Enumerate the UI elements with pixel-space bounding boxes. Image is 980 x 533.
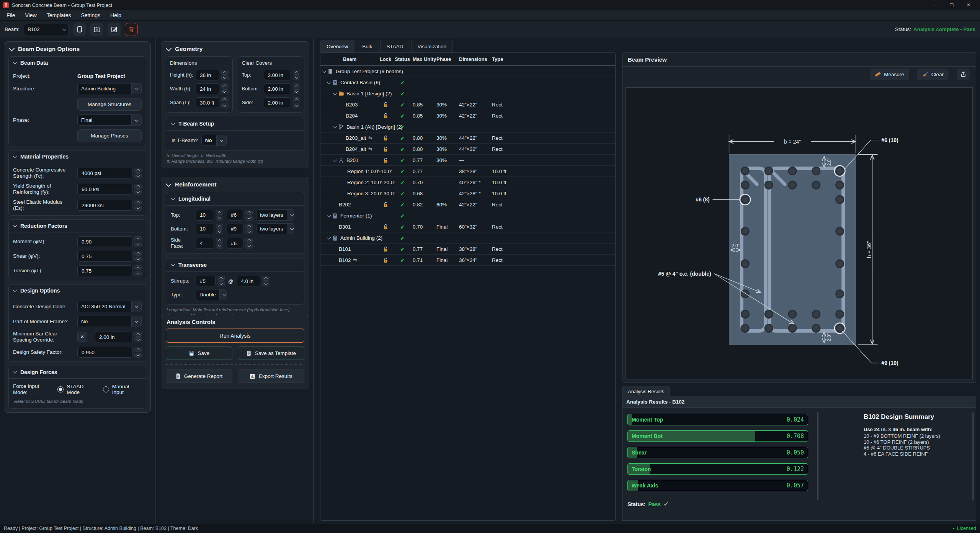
top-count-stepper[interactable] (216, 210, 223, 221)
chevron-down-icon[interactable] (333, 157, 337, 162)
height-stepper[interactable] (221, 70, 229, 80)
side-count-stepper[interactable] (216, 238, 223, 249)
lock-icon[interactable] (377, 99, 394, 110)
manual-input-radio[interactable] (103, 386, 109, 392)
manage-phases-button[interactable]: Manage Phases (77, 129, 142, 142)
tree-row[interactable]: Region 1: 0.0'-10.0'✔0.7738"×28"10.0 ft (320, 166, 615, 177)
import-beam-button[interactable] (90, 23, 103, 36)
manage-structures-button[interactable]: Manage Structures (77, 98, 142, 111)
clear-override-button[interactable]: ✕ (77, 332, 87, 342)
chevron-down-icon[interactable] (333, 91, 337, 95)
is-tbeam-select[interactable]: No (201, 135, 227, 146)
generate-report-button[interactable]: Generate Report (166, 370, 232, 383)
width-stepper[interactable] (221, 83, 229, 94)
design-options-header[interactable]: Design Options (9, 284, 146, 297)
span-stepper[interactable] (221, 97, 229, 108)
save-as-template-button[interactable]: Save as Template (238, 347, 304, 360)
cross-section-canvas[interactable]: b = 24" h = 36" 2.0" 2.0" 2.0" #6 (626, 87, 973, 379)
tree-row[interactable]: Basin 1 [Design] (2)✔ (320, 88, 615, 99)
menu-help[interactable]: Help (105, 11, 126, 20)
measure-button[interactable]: Measure (870, 69, 909, 80)
side-count-input[interactable]: 4 (196, 238, 214, 249)
tab-overview[interactable]: Overview (320, 40, 354, 52)
tree-row[interactable]: Fermenter (1)✔ (320, 210, 615, 221)
tree-row[interactable]: B203✔0.8530%42"×22"Rect (320, 99, 615, 110)
tbeam-setup-header[interactable]: T-Beam Setup (166, 117, 304, 131)
tree-row[interactable]: B203_alt⇆✔0.8030%44"×22"Rect (320, 132, 615, 144)
span-input[interactable]: 30.0 ft (196, 97, 219, 108)
tree-row[interactable]: B204✔0.8530%42"×22"Rect (320, 110, 615, 121)
edit-beam-button[interactable] (108, 23, 121, 36)
side-size-input[interactable]: #6 (227, 238, 243, 249)
manual-input-option[interactable]: Manual Input (112, 384, 142, 395)
cover-bottom-input[interactable]: 2.00 in (264, 83, 291, 94)
lock-icon[interactable] (377, 132, 394, 144)
shear-phi-stepper[interactable] (134, 251, 142, 262)
cover-bottom-stepper[interactable] (293, 83, 300, 94)
width-input[interactable]: 24 in (196, 83, 219, 94)
chevron-down-icon[interactable] (327, 213, 331, 217)
lock-icon[interactable] (377, 144, 394, 155)
menu-view[interactable]: View (20, 11, 42, 20)
tree-row[interactable]: B202✔0.8260%42"×22"Rect (320, 199, 615, 210)
longitudinal-header[interactable]: Longitudinal (166, 192, 304, 206)
beam-data-header[interactable]: Beam Data (9, 57, 146, 69)
moment-frame-select[interactable]: No (77, 316, 142, 327)
torsion-phi-input[interactable]: 0.75 (77, 265, 133, 276)
moment-phi-input[interactable]: 0.90 (77, 236, 133, 247)
bottom-count-stepper[interactable] (216, 224, 223, 234)
top-size-stepper[interactable] (245, 210, 253, 221)
chevron-down-icon[interactable] (327, 235, 331, 239)
tree-row[interactable]: Group Test Project (9 beams) (320, 66, 615, 77)
fy-input[interactable]: 60.0 ksi (77, 184, 133, 195)
tree-row[interactable]: B102⇆✔0.71Final36"×24"Rect (320, 255, 615, 266)
stirrup-size-stepper[interactable] (217, 276, 225, 286)
safety-factor-stepper[interactable] (134, 347, 142, 358)
top-layers-select[interactable]: two layers (256, 209, 294, 221)
delete-beam-button[interactable] (125, 23, 138, 36)
bottom-size-stepper[interactable] (245, 224, 253, 234)
stirrup-type-select[interactable]: Double (196, 289, 227, 300)
chevron-down-icon[interactable] (333, 124, 337, 128)
shear-phi-input[interactable]: 0.75 (77, 251, 133, 262)
reduction-factors-header[interactable]: Reduction Factors (9, 220, 146, 232)
top-size-input[interactable]: #6 (227, 210, 243, 221)
stirrup-size-input[interactable]: #5 (196, 276, 216, 286)
chevron-down-icon[interactable] (327, 80, 331, 84)
es-input[interactable]: 29000 ksi (77, 200, 133, 211)
cover-top-stepper[interactable] (293, 70, 300, 80)
lock-icon[interactable] (377, 199, 394, 210)
cover-side-input[interactable]: 2.00 in (264, 97, 291, 108)
beam-design-options-header[interactable]: Beam Design Options (4, 42, 150, 56)
beam-select[interactable]: B102 (24, 24, 69, 35)
cover-top-input[interactable]: 2.00 in (264, 70, 291, 80)
lock-icon[interactable] (377, 255, 394, 266)
tree-row[interactable]: Admin Building (2)✔ (320, 232, 615, 244)
maximize-icon[interactable]: □ (943, 0, 960, 10)
top-count-input[interactable]: 10 (196, 210, 214, 221)
share-button[interactable] (957, 69, 970, 80)
es-stepper[interactable] (134, 200, 142, 211)
tree-row[interactable]: B101✔0.77Final38"×28"Rect (320, 244, 615, 255)
tree-row[interactable]: Region 2: 10.0'-20.0'✔0.7040"×26" *10.0 … (320, 177, 615, 188)
menu-templates[interactable]: Templates (42, 11, 76, 20)
reinforcement-header[interactable]: Reinforcement (161, 177, 309, 192)
left-splitter[interactable] (155, 38, 156, 523)
stirrup-spacing-stepper[interactable] (262, 276, 270, 286)
clear-button[interactable]: Clear (917, 69, 949, 80)
lock-icon[interactable] (377, 110, 394, 121)
tree-row[interactable]: Region 3: 20.0'-30.0'✔0.6842"×28" *10.0 … (320, 188, 615, 199)
tab-bulk[interactable]: Bulk (356, 40, 379, 52)
moment-phi-stepper[interactable] (134, 236, 142, 247)
phase-select[interactable]: Final (77, 114, 142, 126)
menu-file[interactable]: File (2, 11, 20, 20)
tree-row[interactable]: B204_alt⇆✔0.8030%44"×22"Rect (320, 144, 615, 155)
menu-settings[interactable]: Settings (76, 11, 105, 20)
geometry-header[interactable]: Geometry (161, 42, 309, 56)
tree-row[interactable]: Contact Basin (6)✔ (320, 77, 615, 88)
save-button[interactable]: Save (166, 347, 232, 360)
torsion-phi-stepper[interactable] (134, 265, 142, 276)
tab-visualization[interactable]: Visualization (411, 40, 453, 52)
fc-input[interactable]: 4000 psi (77, 168, 133, 178)
height-input[interactable]: 36 in (196, 70, 219, 80)
